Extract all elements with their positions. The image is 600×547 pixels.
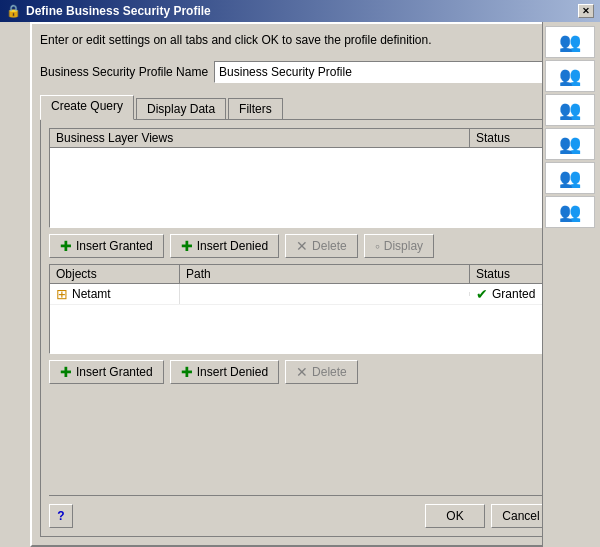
tab-bar: Create Query Display Data Filters bbox=[40, 95, 560, 120]
spacer bbox=[49, 390, 551, 489]
object-path-cell bbox=[180, 292, 470, 296]
button-row-2: ✚ Insert Granted ✚ Insert Denied ✕ Delet… bbox=[49, 360, 551, 384]
col-header-business-layer-views: Business Layer Views bbox=[50, 129, 470, 147]
tabs-container: Create Query Display Data Filters Busine… bbox=[40, 95, 560, 537]
insert-granted-icon-2: ✚ bbox=[60, 364, 72, 380]
objects-table-header: Objects Path Status bbox=[50, 265, 550, 284]
col-header-path: Path bbox=[180, 265, 470, 283]
object-icon: ⊞ bbox=[56, 286, 68, 302]
title-bar-controls: ✕ bbox=[578, 4, 594, 18]
insert-granted-button-2[interactable]: ✚ Insert Granted bbox=[49, 360, 164, 384]
status-granted-icon: ✔ bbox=[476, 286, 488, 302]
display-button[interactable]: ◦ Display bbox=[364, 234, 434, 258]
help-button[interactable]: ? bbox=[49, 504, 73, 528]
bottom-bar: ? OK Cancel bbox=[49, 495, 551, 528]
insert-denied-icon-1: ✚ bbox=[181, 238, 193, 254]
delete-button-1[interactable]: ✕ Delete bbox=[285, 234, 358, 258]
insert-granted-icon-1: ✚ bbox=[60, 238, 72, 254]
dialog-description: Enter or edit settings on all tabs and c… bbox=[40, 32, 560, 49]
right-panel-icon-2[interactable]: 👥 bbox=[545, 60, 595, 92]
dialog: Enter or edit settings on all tabs and c… bbox=[30, 22, 570, 547]
title-bar: 🔒 Define Business Security Profile ✕ bbox=[0, 0, 600, 22]
button-row-1: ✚ Insert Granted ✚ Insert Denied ✕ Delet… bbox=[49, 234, 551, 258]
ok-button[interactable]: OK bbox=[425, 504, 485, 528]
col-header-objects: Objects bbox=[50, 265, 180, 283]
delete-icon-2: ✕ bbox=[296, 364, 308, 380]
col-header-status2: Status bbox=[470, 265, 550, 283]
right-panel-icon-4[interactable]: 👥 bbox=[545, 128, 595, 160]
profile-name-input[interactable] bbox=[214, 61, 560, 83]
business-layer-table: Business Layer Views Status bbox=[49, 128, 551, 228]
business-layer-table-header: Business Layer Views Status bbox=[50, 129, 550, 148]
objects-table: Objects Path Status ⊞ Netamt ✔ bbox=[49, 264, 551, 354]
right-panel-icon-5[interactable]: 👥 bbox=[545, 162, 595, 194]
object-status-cell: ✔ Granted bbox=[470, 284, 550, 304]
delete-button-2[interactable]: ✕ Delete bbox=[285, 360, 358, 384]
insert-denied-icon-2: ✚ bbox=[181, 364, 193, 380]
insert-denied-button-2[interactable]: ✚ Insert Denied bbox=[170, 360, 279, 384]
title-bar-icon: 🔒 bbox=[6, 4, 21, 18]
object-name-cell: ⊞ Netamt bbox=[50, 284, 180, 304]
table-row[interactable]: ⊞ Netamt ✔ Granted bbox=[50, 284, 550, 305]
close-button[interactable]: ✕ bbox=[578, 4, 594, 18]
tab-display-data[interactable]: Display Data bbox=[136, 98, 226, 120]
display-icon: ◦ bbox=[375, 238, 380, 254]
col-header-status: Status bbox=[470, 129, 550, 147]
title-bar-text: 🔒 Define Business Security Profile bbox=[6, 4, 211, 18]
business-layer-table-body bbox=[50, 148, 550, 218]
profile-name-row: Business Security Profile Name bbox=[40, 61, 560, 83]
delete-icon-1: ✕ bbox=[296, 238, 308, 254]
tab-create-query[interactable]: Create Query bbox=[40, 95, 134, 120]
insert-denied-button-1[interactable]: ✚ Insert Denied bbox=[170, 234, 279, 258]
right-panel-icon-6[interactable]: 👥 bbox=[545, 196, 595, 228]
insert-granted-button-1[interactable]: ✚ Insert Granted bbox=[49, 234, 164, 258]
tab-filters[interactable]: Filters bbox=[228, 98, 283, 120]
profile-name-label: Business Security Profile Name bbox=[40, 65, 208, 79]
tab-content: Business Layer Views Status ✚ Insert Gra… bbox=[40, 119, 560, 537]
right-panel-icon-1[interactable]: 👥 bbox=[545, 26, 595, 58]
